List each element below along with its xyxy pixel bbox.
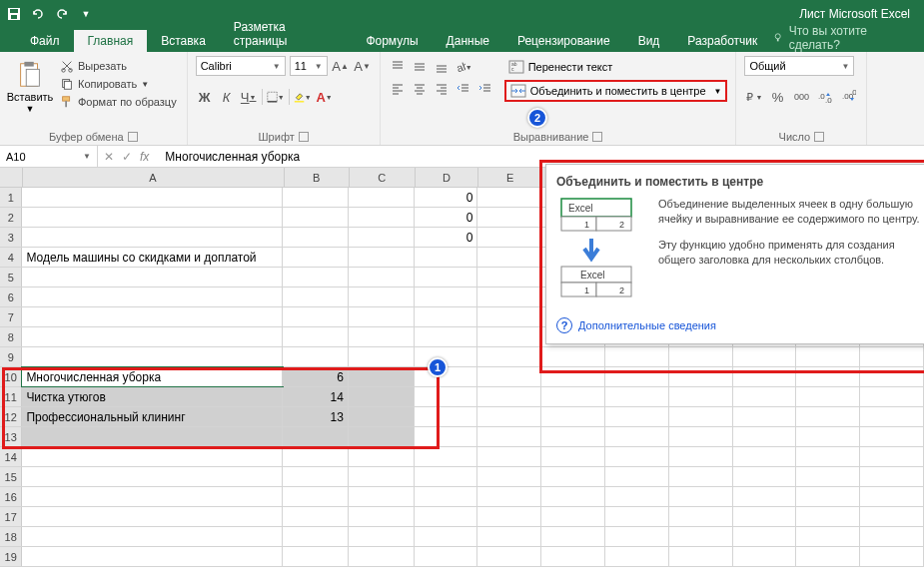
cell-A18[interactable] bbox=[22, 527, 283, 546]
cell-B7[interactable] bbox=[283, 307, 349, 326]
cell-F14[interactable] bbox=[541, 447, 605, 466]
cell-C19[interactable] bbox=[349, 547, 415, 566]
col-header-D[interactable]: D bbox=[416, 168, 479, 187]
cell-K11[interactable] bbox=[860, 387, 924, 406]
cell-F18[interactable] bbox=[541, 527, 605, 546]
cell-F10[interactable] bbox=[541, 367, 605, 386]
cell-A17[interactable] bbox=[22, 507, 283, 526]
row-header-13[interactable]: 13 bbox=[0, 427, 22, 446]
cell-J15[interactable] bbox=[796, 467, 860, 486]
align-right-icon[interactable] bbox=[433, 80, 451, 98]
cell-A10[interactable]: Многочисленная уборка bbox=[22, 367, 283, 386]
comma-style-icon[interactable]: 000 bbox=[792, 88, 810, 106]
cell-K16[interactable] bbox=[860, 487, 924, 506]
cell-G19[interactable] bbox=[605, 547, 669, 566]
row-header-1[interactable]: 1 bbox=[0, 188, 22, 207]
cell-C13[interactable] bbox=[349, 427, 415, 446]
cell-D2[interactable]: 0 bbox=[415, 208, 478, 227]
cell-G15[interactable] bbox=[605, 467, 669, 486]
cell-E4[interactable] bbox=[477, 248, 541, 267]
cell-B17[interactable] bbox=[283, 507, 349, 526]
cell-A12[interactable]: Профессиональный клининг bbox=[22, 407, 283, 426]
increase-indent-icon[interactable] bbox=[476, 80, 494, 98]
cell-A3[interactable] bbox=[22, 228, 283, 247]
decrease-font-icon[interactable]: A▼ bbox=[354, 57, 372, 75]
row-header-16[interactable]: 16 bbox=[0, 487, 22, 506]
tab-home[interactable]: Главная bbox=[74, 30, 148, 52]
cell-F15[interactable] bbox=[541, 467, 605, 486]
cell-B1[interactable] bbox=[283, 188, 349, 207]
cell-C12[interactable] bbox=[349, 407, 415, 426]
cell-G12[interactable] bbox=[605, 407, 669, 426]
bold-button[interactable]: Ж bbox=[196, 88, 214, 106]
cell-K12[interactable] bbox=[860, 407, 924, 426]
cell-B10[interactable]: 6 bbox=[283, 367, 349, 386]
cell-B12[interactable]: 13 bbox=[283, 407, 349, 426]
increase-decimal-icon[interactable]: .0.00 bbox=[816, 88, 834, 106]
cell-H15[interactable] bbox=[669, 467, 733, 486]
cell-I12[interactable] bbox=[733, 407, 797, 426]
cell-J16[interactable] bbox=[796, 487, 860, 506]
cell-J11[interactable] bbox=[796, 387, 860, 406]
cell-A8[interactable] bbox=[22, 327, 283, 346]
cell-E18[interactable] bbox=[477, 527, 541, 546]
redo-icon[interactable] bbox=[54, 6, 70, 22]
row-header-8[interactable]: 8 bbox=[0, 327, 22, 346]
cell-D1[interactable]: 0 bbox=[415, 188, 478, 207]
cell-C15[interactable] bbox=[349, 467, 415, 486]
cell-E7[interactable] bbox=[477, 307, 541, 326]
row-header-6[interactable]: 6 bbox=[0, 288, 22, 306]
cell-G17[interactable] bbox=[605, 507, 669, 526]
cell-A19[interactable] bbox=[22, 547, 283, 566]
cell-A9[interactable] bbox=[22, 347, 283, 366]
cell-I10[interactable] bbox=[733, 367, 797, 386]
tooltip-more-link[interactable]: ? Дополнительные сведения bbox=[556, 317, 924, 333]
cell-K9[interactable] bbox=[860, 347, 924, 366]
cell-H17[interactable] bbox=[669, 507, 733, 526]
underline-button[interactable]: Ч▼ bbox=[240, 88, 258, 106]
cell-K19[interactable] bbox=[860, 547, 924, 566]
cell-H19[interactable] bbox=[669, 547, 733, 566]
cell-K15[interactable] bbox=[860, 467, 924, 486]
cell-C2[interactable] bbox=[349, 208, 415, 227]
cell-C18[interactable] bbox=[349, 527, 415, 546]
cell-J10[interactable] bbox=[796, 367, 860, 386]
cell-E9[interactable] bbox=[477, 347, 541, 366]
cell-E15[interactable] bbox=[477, 467, 541, 486]
align-bottom-icon[interactable] bbox=[433, 58, 451, 76]
cell-C1[interactable] bbox=[349, 188, 415, 207]
cell-K10[interactable] bbox=[860, 367, 924, 386]
cell-I15[interactable] bbox=[733, 467, 797, 486]
align-top-icon[interactable] bbox=[389, 58, 407, 76]
cell-A4[interactable]: Модель машины со скидками и доплатой bbox=[22, 248, 283, 267]
cell-F16[interactable] bbox=[541, 487, 605, 506]
cell-E11[interactable] bbox=[477, 387, 541, 406]
align-middle-icon[interactable] bbox=[411, 58, 429, 76]
cell-C5[interactable] bbox=[349, 268, 415, 287]
cell-F17[interactable] bbox=[541, 507, 605, 526]
cell-D7[interactable] bbox=[415, 307, 478, 326]
fill-color-button[interactable]: ▼ bbox=[294, 88, 312, 106]
cell-E3[interactable] bbox=[477, 228, 541, 247]
cell-D13[interactable] bbox=[415, 427, 478, 446]
copy-button[interactable]: Копировать ▼ bbox=[58, 76, 179, 92]
cell-K17[interactable] bbox=[860, 507, 924, 526]
cell-C17[interactable] bbox=[349, 507, 415, 526]
row-header-14[interactable]: 14 bbox=[0, 447, 22, 466]
cell-C11[interactable] bbox=[349, 387, 415, 406]
cell-I13[interactable] bbox=[733, 427, 797, 446]
paste-button[interactable]: Вставить ▼ bbox=[8, 56, 52, 129]
cell-B13[interactable] bbox=[283, 427, 349, 446]
font-color-button[interactable]: A ▼ bbox=[316, 88, 334, 106]
cell-B14[interactable] bbox=[283, 447, 349, 466]
cell-C10[interactable] bbox=[349, 367, 415, 386]
cell-B5[interactable] bbox=[283, 268, 349, 287]
wrap-text-button[interactable]: abc Перенести текст bbox=[504, 58, 728, 76]
cell-G18[interactable] bbox=[605, 527, 669, 546]
cell-D6[interactable] bbox=[415, 288, 478, 306]
cell-J17[interactable] bbox=[796, 507, 860, 526]
number-launcher[interactable] bbox=[814, 132, 824, 142]
percent-icon[interactable]: % bbox=[768, 88, 786, 106]
cell-G14[interactable] bbox=[605, 447, 669, 466]
cell-C16[interactable] bbox=[349, 487, 415, 506]
